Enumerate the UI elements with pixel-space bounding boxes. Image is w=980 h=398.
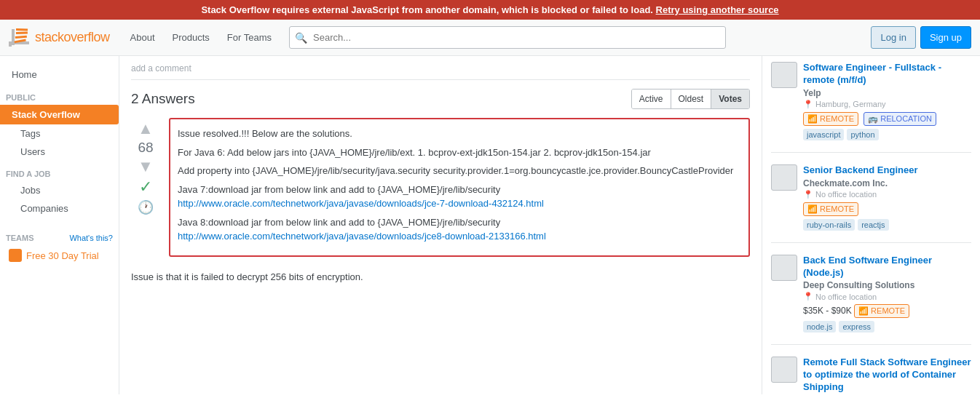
sidebar-item-stackoverflow[interactable]: Stack Overflow — [0, 105, 119, 124]
answer-body: Issue resolved.!!! Below are the solutio… — [169, 118, 750, 257]
logo-plain: stack — [35, 30, 64, 44]
main-layout: Home PUBLIC Stack Overflow Tags Users FI… — [0, 56, 980, 394]
add-comment[interactable]: add a comment — [131, 56, 750, 80]
java7-content: Java 7:download jar from below link and … — [178, 184, 500, 195]
sidebar-item-users[interactable]: Users — [0, 143, 119, 161]
header: stackoverflow About Products For Teams 🔍… — [0, 20, 980, 56]
job-company-name-3: Deep Consulting Solutions — [803, 280, 914, 290]
job-logo-1 — [771, 62, 797, 88]
security-content: Add property into {JAVA_HOME}/jre/lib/se… — [178, 165, 733, 176]
svg-rect-1 — [12, 29, 15, 45]
sidebar-item-tags[interactable]: Tags — [0, 124, 119, 143]
vote-down-arrow[interactable]: ▼ — [138, 159, 154, 175]
login-button[interactable]: Log in — [871, 26, 915, 49]
pin-icon-2: 📍 — [803, 190, 813, 199]
job-info-2: Senior Backend Engineer Checkmate.com In… — [803, 164, 971, 231]
job-logo-2 — [771, 164, 797, 191]
svg-rect-6 — [16, 28, 28, 31]
sidebar-item-companies[interactable]: Companies — [0, 199, 119, 218]
job-logo-4 — [771, 357, 797, 383]
job-location-1: 📍 Hamburg, Germany — [803, 100, 971, 109]
remote-badge-1: 📶 REMOTE — [803, 112, 858, 126]
job-tag-nodejs[interactable]: node.js — [803, 321, 836, 333]
job-title-3[interactable]: Back End Software Engineer (Node.js) — [803, 255, 971, 279]
job-card-3: Back End Software Engineer (Node.js) Dee… — [771, 255, 971, 346]
answers-header: 2 Answers Active Oldest Votes — [131, 89, 750, 109]
history-icon: 🕐 — [138, 199, 154, 215]
sidebar-item-jobs[interactable]: Jobs — [0, 181, 119, 199]
vote-up-arrow[interactable]: ▲ — [138, 121, 154, 137]
filter-votes-button[interactable]: Votes — [711, 89, 749, 108]
job-salary-3: $35K - $90K 📶 REMOTE — [803, 304, 971, 318]
svg-rect-2 — [9, 44, 12, 47]
job-card-4: Remote Full Stack Software Engineer to o… — [771, 357, 971, 394]
job-location-text-3: No office location — [815, 292, 877, 301]
nav-links: About Products For Teams — [122, 26, 280, 49]
sidebar-item-home[interactable]: Home — [0, 65, 119, 84]
job-info-4: Remote Full Stack Software Engineer to o… — [803, 357, 971, 394]
java7-link[interactable]: http://www.oracle.com/technetwork/java/j… — [178, 198, 544, 209]
search-input[interactable] — [289, 26, 726, 49]
signup-button[interactable]: Sign up — [920, 26, 971, 49]
answers-filter: Active Oldest Votes — [631, 89, 750, 109]
issue-text: Issue is that it is failed to decrypt 25… — [131, 266, 750, 285]
warning-text: Stack Overflow requires external JavaScr… — [201, 4, 653, 15]
svg-rect-5 — [16, 31, 28, 34]
job-location-3: 📍 No office location — [803, 292, 971, 301]
job-card-2: Senior Backend Engineer Checkmate.com In… — [771, 164, 971, 243]
teams-label: TEAMS What's this? — [0, 229, 119, 245]
left-sidebar: Home PUBLIC Stack Overflow Tags Users FI… — [0, 56, 119, 394]
warning-banner: Stack Overflow requires external JavaScr… — [0, 0, 980, 20]
job-badges-1: 📶 REMOTE 🚌 RELOCATION — [803, 112, 971, 126]
nav-products[interactable]: Products — [164, 26, 218, 49]
pin-icon-3: 📍 — [803, 292, 813, 301]
remote-badge-3: 📶 REMOTE — [854, 304, 909, 318]
answer-item: ▲ 68 ▼ ✓ 🕐 Issue resolved.!!! Below are … — [131, 118, 750, 257]
job-tag-reactjs[interactable]: reactjs — [858, 219, 888, 231]
job-title-4[interactable]: Remote Full Stack Software Engineer to o… — [803, 357, 971, 394]
whats-this-link[interactable]: What's this? — [69, 234, 113, 242]
job-company-3: Deep Consulting Solutions — [803, 280, 971, 290]
right-sidebar: Software Engineer - Fullstack - remote (… — [762, 56, 980, 394]
job-badges-2: 📶 REMOTE — [803, 202, 971, 216]
job-tags-2: ruby-on-rails reactjs — [803, 219, 971, 231]
logo[interactable]: stackoverflow — [9, 27, 110, 49]
filter-active-button[interactable]: Active — [632, 89, 671, 108]
job-tag-javascript[interactable]: javascript — [803, 129, 844, 140]
salary-text-3: $35K - $90K — [803, 306, 852, 316]
teams-icon — [9, 249, 22, 262]
search-icon: 🔍 — [295, 32, 307, 44]
nav-for-teams[interactable]: For Teams — [218, 26, 280, 49]
answer-intro-text: Issue resolved.!!! Below are the solutio… — [178, 127, 741, 141]
answer-security-text: Add property into {JAVA_HOME}/jre/lib/se… — [178, 164, 741, 178]
job-title-2[interactable]: Senior Backend Engineer — [803, 164, 971, 177]
job-tag-python[interactable]: python — [847, 129, 878, 140]
teams-section-title: TEAMS — [6, 234, 34, 242]
answer-java7-text: Java 7:download jar from below link and … — [178, 183, 741, 211]
job-tag-express[interactable]: express — [839, 321, 874, 333]
vote-count: 68 — [138, 140, 153, 156]
filter-oldest-button[interactable]: Oldest — [671, 89, 712, 108]
teams-free-trial[interactable]: Free 30 Day Trial — [0, 245, 119, 266]
answers-title: 2 Answers — [131, 91, 195, 107]
job-location-text-1: Hamburg, Germany — [815, 100, 886, 108]
remote-badge-2: 📶 REMOTE — [803, 202, 858, 216]
job-card-1: Software Engineer - Fullstack - remote (… — [771, 62, 971, 153]
job-info-1: Software Engineer - Fullstack - remote (… — [803, 62, 971, 140]
content-area: add a comment 2 Answers Active Oldest Vo… — [119, 56, 762, 394]
relocation-badge-1: 🚌 RELOCATION — [864, 112, 936, 126]
warning-retry-link[interactable]: Retry using another source — [656, 4, 779, 15]
job-title-1[interactable]: Software Engineer - Fullstack - remote (… — [803, 62, 971, 87]
nav-about[interactable]: About — [122, 26, 164, 49]
job-tag-rails[interactable]: ruby-on-rails — [803, 219, 855, 231]
job-tags-1: javascript python — [803, 129, 971, 140]
java8-link[interactable]: http://www.oracle.com/technetwork/java/j… — [178, 231, 546, 242]
header-buttons: Log in Sign up — [871, 26, 971, 49]
answer-java6-text: For Java 6: Add below jars into {JAVA_HO… — [178, 146, 741, 160]
job-tags-3: node.js express — [803, 321, 971, 333]
job-company-name-1: Yelp — [803, 88, 821, 98]
answer-java8-text: Java 8:download jar from below link and … — [178, 215, 741, 244]
logo-icon — [9, 27, 31, 49]
sidebar-section-findajob: FIND A JOB — [0, 161, 119, 181]
free-trial-label: Free 30 Day Trial — [26, 250, 99, 261]
